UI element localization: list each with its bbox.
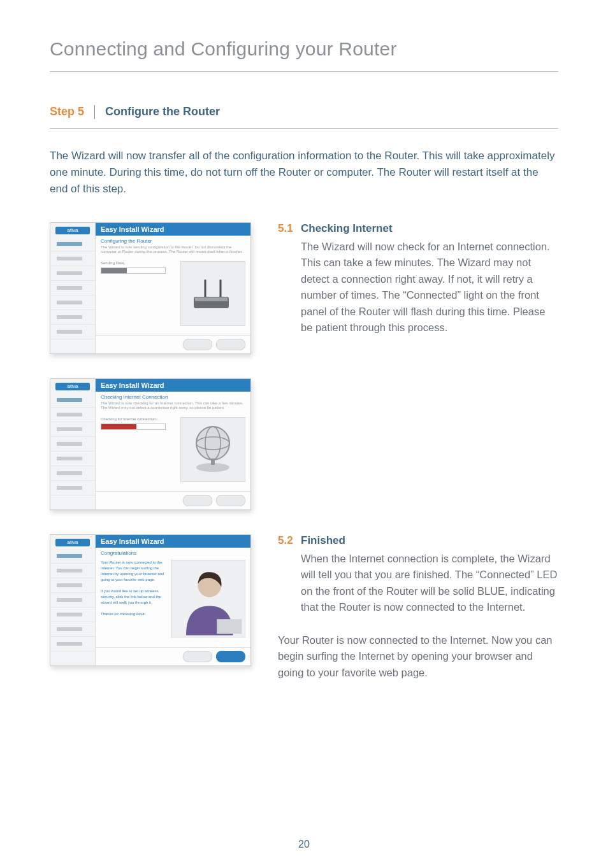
intro-paragraph: The Wizard will now transfer all of the …	[50, 148, 558, 198]
wizard-side-item	[50, 281, 95, 295]
svg-rect-1	[195, 297, 228, 301]
wizard-subheader: Checking Internet Connection	[96, 392, 250, 401]
section-checking-image: ativa Easy Install Wizard Checking Inter…	[50, 378, 558, 510]
wizard-header: Easy Install Wizard	[96, 535, 250, 548]
svg-point-4	[196, 427, 229, 460]
wizard-side-item	[50, 637, 95, 651]
wizard-screenshot-configuring: ativa Easy Install Wizard Configuring th…	[50, 222, 260, 354]
page-number: 20	[0, 839, 608, 850]
wizard-side-item	[50, 466, 95, 481]
wizard-side-item	[50, 437, 95, 452]
subheading-row: 5.2 Finished	[278, 534, 558, 547]
wizard-header: Easy Install Wizard	[96, 223, 250, 236]
wizard-next-button[interactable]	[216, 339, 245, 350]
wizard-brand-badge: ativa	[55, 539, 90, 546]
wizard-progress-bar	[101, 423, 166, 430]
step-heading-row: Step 5 Configure the Router	[50, 105, 558, 119]
wizard-brand-badge: ativa	[55, 383, 90, 390]
wizard-main: Easy Install Wizard Configuring the Rout…	[96, 223, 250, 353]
wizard-side-item	[50, 452, 95, 466]
wizard-progress-block: Checking for Internet connection…	[101, 417, 175, 430]
wizard-footer	[96, 647, 250, 665]
section-5-2-text: 5.2 Finished When the Internet connectio…	[260, 534, 558, 681]
subheading-title: Finished	[301, 534, 345, 547]
step-title: Configure the Router	[95, 105, 220, 118]
section-5-1-text: 5.1 Checking Internet The Wizard will no…	[260, 222, 558, 354]
wizard-side-item	[50, 549, 95, 564]
wizard-screenshot-finished: ativa Easy Install Wizard Congratulation…	[50, 534, 260, 681]
wizard-sidebar: ativa	[50, 379, 96, 509]
wizard-side-item	[50, 393, 95, 408]
wizard-subheader: Configuring the Router	[96, 236, 250, 245]
wizard-illustration-person	[171, 560, 245, 637]
closing-paragraph: Your Router is now connected to the Inte…	[278, 632, 558, 681]
wizard-side-item	[50, 564, 95, 578]
svg-rect-11	[217, 619, 242, 634]
wizard-side-item	[50, 578, 95, 593]
subheading-number: 5.2	[278, 534, 301, 547]
wizard-illustration-router	[180, 261, 245, 326]
wizard-side-item	[50, 295, 95, 310]
subheading-body: The Wizard will now check for an Interne…	[278, 239, 558, 336]
wizard-screenshot-checking: ativa Easy Install Wizard Checking Inter…	[50, 378, 260, 510]
wizard-main: Easy Install Wizard Checking Internet Co…	[96, 379, 250, 509]
wizard-progress-bar	[101, 267, 166, 274]
wizard-sidebar: ativa	[50, 535, 96, 665]
wizard-side-item	[50, 593, 95, 608]
wizard-fineprint: The Wizard is now sending configuration …	[96, 245, 250, 259]
section-5-2: ativa Easy Install Wizard Congratulation…	[50, 534, 558, 681]
wizard-side-item	[50, 266, 95, 281]
wizard-back-button[interactable]	[183, 339, 212, 350]
wizard-side-item	[50, 481, 95, 495]
wizard-progress-block: Sending Data…	[101, 261, 175, 274]
wizard-window: ativa Easy Install Wizard Configuring th…	[50, 222, 251, 354]
subheading-body: When the Internet connection is complete…	[278, 551, 558, 616]
router-icon	[181, 262, 245, 325]
wizard-side-item	[50, 408, 95, 422]
wizard-subheader: Congratulations	[96, 548, 250, 557]
page-title: Connecting and Configuring your Router	[50, 38, 558, 60]
wizard-body: Checking for Internet connection…	[96, 415, 250, 490]
subheading-row: 5.1 Checking Internet	[278, 222, 558, 235]
step-label: Step 5	[50, 105, 95, 119]
wizard-main: Easy Install Wizard Congratulations Your…	[96, 535, 250, 665]
wizard-side-item	[50, 310, 95, 325]
wizard-sidebar: ativa	[50, 223, 96, 353]
subheading-title: Checking Internet	[301, 222, 393, 235]
page: Connecting and Configuring your Router S…	[0, 0, 608, 868]
wizard-back-button[interactable]	[183, 651, 212, 662]
person-icon	[171, 560, 245, 637]
wizard-side-item	[50, 608, 95, 622]
title-divider	[50, 71, 558, 72]
wizard-brand-badge: ativa	[55, 227, 90, 234]
globe-icon	[181, 418, 245, 481]
wizard-fineprint: The Wizard is now checking for an Intern…	[96, 401, 250, 415]
wizard-footer	[96, 491, 250, 509]
wizard-next-button[interactable]	[216, 495, 245, 506]
wizard-side-item	[50, 325, 95, 339]
step-divider	[50, 128, 558, 129]
wizard-side-item	[50, 622, 95, 637]
section-5-1: ativa Easy Install Wizard Configuring th…	[50, 222, 558, 354]
wizard-finished-text: Your Router is now connected to the Inte…	[101, 560, 166, 644]
wizard-body: Sending Data…	[96, 259, 250, 334]
wizard-finish-button[interactable]	[216, 651, 245, 662]
wizard-footer	[96, 335, 250, 353]
wizard-illustration-globe	[180, 417, 245, 482]
wizard-header: Easy Install Wizard	[96, 379, 250, 392]
wizard-body: Your Router is now connected to the Inte…	[96, 557, 250, 647]
empty-col	[260, 378, 558, 510]
subheading-number: 5.1	[278, 222, 301, 235]
wizard-side-item	[50, 422, 95, 437]
wizard-window: ativa Easy Install Wizard Congratulation…	[50, 534, 251, 666]
svg-rect-8	[211, 459, 215, 465]
wizard-side-item	[50, 252, 95, 266]
wizard-side-item	[50, 237, 95, 252]
wizard-back-button[interactable]	[183, 495, 212, 506]
wizard-window: ativa Easy Install Wizard Checking Inter…	[50, 378, 251, 510]
